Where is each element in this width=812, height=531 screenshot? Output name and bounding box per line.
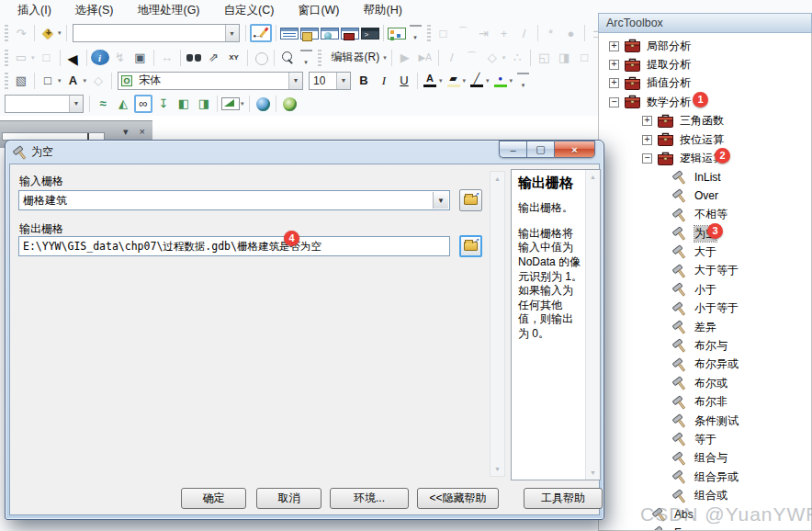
editor-menu[interactable]: 编辑器(R) bbox=[324, 48, 384, 67]
combo-caret-icon[interactable]: ▼ bbox=[336, 73, 350, 89]
maximize-button[interactable]: ▢ bbox=[526, 141, 554, 158]
toolbar-grip[interactable] bbox=[5, 73, 8, 89]
toolbar-overflow-icon[interactable]: ▾ bbox=[517, 73, 529, 89]
scroll-down-icon[interactable]: ▼ bbox=[491, 462, 504, 476]
modelbuilder-icon[interactable] bbox=[388, 28, 406, 40]
tree-item-大于等于[interactable]: 大于等于 bbox=[599, 262, 811, 280]
tree-item-小于[interactable]: 小于 bbox=[599, 280, 811, 299]
dropdown-caret-icon[interactable]: ▾ bbox=[58, 77, 62, 85]
layer-combo[interactable]: ▼ bbox=[5, 95, 84, 113]
profile-graph-icon[interactable] bbox=[221, 97, 240, 110]
dropdown-caret-icon[interactable]: ▾ bbox=[84, 77, 87, 85]
tree-item-小于等于[interactable]: 小于等于 bbox=[599, 299, 811, 317]
tree-item-label[interactable]: Over bbox=[694, 189, 718, 202]
tree-item-组合与[interactable]: 组合与 bbox=[599, 449, 811, 468]
toolbar-overflow-icon[interactable]: ▾ bbox=[410, 25, 422, 41]
tree-item-局部分析[interactable]: +局部分析 bbox=[599, 37, 811, 55]
cancel-button[interactable]: 取消 bbox=[256, 488, 321, 509]
output-browse-button[interactable] bbox=[459, 235, 482, 257]
tree-item-label[interactable]: 等于 bbox=[694, 432, 716, 447]
tree-item-布尔非[interactable]: 布尔非 bbox=[599, 392, 811, 411]
close-button[interactable]: × bbox=[554, 141, 595, 158]
interpolate-point-icon[interactable]: ↧ bbox=[154, 95, 173, 113]
search-window-icon[interactable] bbox=[321, 28, 339, 40]
draw-properties-icon[interactable]: ▧ bbox=[12, 72, 30, 90]
tool-help-button[interactable]: 工具帮助 bbox=[524, 488, 603, 509]
tree-item-InList[interactable]: InList bbox=[599, 168, 811, 186]
tree-item-label[interactable]: 小于 bbox=[694, 282, 716, 298]
italic-icon[interactable]: I bbox=[375, 72, 393, 90]
html-popup-icon[interactable]: ▣ bbox=[131, 49, 150, 67]
toolbar-grip[interactable] bbox=[5, 50, 8, 66]
table-of-contents-icon[interactable] bbox=[280, 28, 299, 40]
arctoolbox-tree[interactable]: +局部分析+提取分析+插值分析−数学分析1+三角函数+按位运算−逻辑运算2InL… bbox=[598, 33, 812, 531]
menu-item[interactable]: 窗口(W) bbox=[286, 1, 351, 20]
tree-item-组合或[interactable]: 组合或 bbox=[599, 486, 811, 504]
toolbar-grip[interactable] bbox=[5, 25, 8, 41]
input-raster-combobox[interactable]: 栅格建筑 ▼ bbox=[18, 190, 450, 210]
steepest-path-icon[interactable]: ◭ bbox=[114, 95, 132, 113]
output-raster-input[interactable]: E:\YYW\GIS_data\chp07\过程数据.gdb\栅格建筑是否为空 bbox=[18, 236, 450, 256]
collapse-icon[interactable]: − bbox=[642, 153, 652, 164]
tree-item-按位运算[interactable]: +按位运算 bbox=[599, 130, 811, 149]
tree-item-逻辑运算[interactable]: −逻辑运算2 bbox=[599, 149, 811, 167]
tree-item-label[interactable]: 按位运算 bbox=[680, 132, 724, 148]
scale-combo[interactable]: ▼ bbox=[73, 24, 240, 42]
menu-item[interactable]: 选择(S) bbox=[63, 1, 126, 20]
panel-close-icon[interactable]: × bbox=[140, 126, 145, 138]
tree-item-label[interactable]: 布尔或 bbox=[694, 376, 727, 391]
tree-item-label[interactable]: 三角函数 bbox=[680, 113, 724, 129]
tree-item-为空[interactable]: 为空3 bbox=[599, 224, 811, 243]
arctoolbox-header[interactable]: ArcToolbox bbox=[598, 13, 812, 33]
tree-item-三角函数[interactable]: +三角函数 bbox=[599, 112, 811, 130]
bold-icon[interactable]: B bbox=[355, 72, 373, 90]
menu-item[interactable]: 插入(I) bbox=[6, 1, 63, 20]
tree-item-大于[interactable]: 大于 bbox=[599, 243, 811, 261]
tree-item-label[interactable]: 布尔非 bbox=[694, 394, 727, 410]
arcscene-icon[interactable] bbox=[280, 95, 299, 113]
form-scrollbar[interactable]: ▲ ▼ bbox=[490, 171, 505, 477]
scroll-down-icon[interactable]: ▼ bbox=[586, 466, 600, 480]
environments-button[interactable]: 环境... bbox=[330, 488, 409, 509]
tree-item-布尔或[interactable]: 布尔或 bbox=[599, 374, 811, 392]
tree-item-条件测试[interactable]: 条件测试 bbox=[599, 412, 811, 430]
tree-item-label[interactable]: 提取分析 bbox=[647, 57, 691, 73]
tree-item-label[interactable]: 不相等 bbox=[694, 207, 727, 222]
tree-item-label[interactable]: 数学分析 bbox=[647, 95, 691, 110]
font-color-icon[interactable]: A bbox=[422, 72, 438, 90]
editor-sketch-tool-icon[interactable] bbox=[250, 24, 272, 42]
tree-item-提取分析[interactable]: +提取分析 bbox=[599, 55, 811, 73]
tree-item-布尔异或[interactable]: 布尔异或 bbox=[599, 356, 811, 374]
tree-item-label[interactable]: 组合异或 bbox=[694, 469, 739, 485]
menu-item[interactable]: 帮助(H) bbox=[352, 1, 414, 20]
expand-icon[interactable]: + bbox=[609, 78, 619, 88]
tree-item-label[interactable]: 组合或 bbox=[694, 488, 727, 503]
expand-icon[interactable]: + bbox=[642, 116, 652, 126]
find-icon[interactable] bbox=[185, 49, 203, 67]
interpolate-polygon-icon[interactable]: ◨ bbox=[195, 95, 213, 113]
menu-item[interactable]: 自定义(C) bbox=[212, 1, 287, 20]
go-to-xy-icon[interactable]: XY bbox=[225, 49, 243, 67]
font-combo[interactable]: O宋体▼ bbox=[118, 72, 303, 90]
tree-item-组合异或[interactable]: 组合异或 bbox=[599, 468, 811, 486]
tree-item-插值分析[interactable]: +插值分析 bbox=[599, 74, 811, 93]
combo-caret-icon[interactable]: ▼ bbox=[288, 73, 302, 89]
tree-item-label[interactable]: 局部分析 bbox=[647, 39, 691, 54]
shape-picker-icon[interactable]: □ bbox=[39, 72, 57, 90]
font-size-combo[interactable]: 10▼ bbox=[309, 72, 351, 90]
ok-button[interactable]: 确定 bbox=[181, 488, 246, 509]
find-route-icon[interactable]: ⇗ bbox=[205, 49, 223, 67]
tree-item-label[interactable]: 大于 bbox=[694, 244, 716, 260]
input-dropdown-caret-icon[interactable]: ▼ bbox=[433, 192, 448, 209]
arctoolbox-window-icon[interactable] bbox=[341, 28, 359, 40]
input-browse-button[interactable] bbox=[459, 189, 482, 211]
menu-item[interactable]: 地理处理(G) bbox=[125, 1, 211, 20]
tree-item-label[interactable]: 大于等于 bbox=[694, 263, 739, 278]
collapse-icon[interactable]: − bbox=[609, 97, 619, 107]
tree-item-label[interactable]: 组合与 bbox=[694, 450, 727, 466]
tree-item-不相等[interactable]: 不相等 bbox=[599, 206, 811, 224]
tree-item-差异[interactable]: 差异 bbox=[599, 318, 811, 336]
scroll-up-icon[interactable]: ▲ bbox=[586, 170, 600, 184]
arcglobe-icon[interactable] bbox=[254, 95, 272, 113]
expand-icon[interactable]: + bbox=[609, 60, 619, 70]
